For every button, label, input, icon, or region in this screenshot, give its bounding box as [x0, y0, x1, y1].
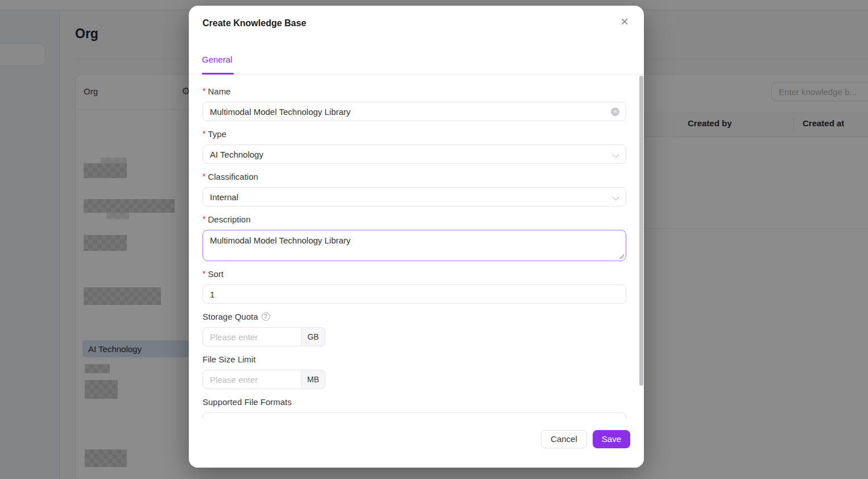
sort-input[interactable] [202, 284, 626, 304]
field-file-size-limit-label-text: File Size Limit [202, 354, 255, 364]
field-type-label-text: Type [208, 129, 226, 139]
field-description: * Description Multimodal Model Technolog… [202, 214, 626, 261]
field-supported-formats-label-text: Supported File Formats [202, 397, 292, 407]
field-storage-quota-label: Storage Quota ? [202, 311, 626, 321]
field-name: * Name × [202, 86, 626, 121]
modal-scrollbar-thumb[interactable] [639, 76, 643, 386]
required-marker: * [202, 86, 205, 96]
field-sort: * Sort [202, 269, 626, 304]
field-sort-label: * Sort [202, 269, 626, 279]
required-marker: * [202, 129, 205, 138]
tab-general[interactable]: General [202, 55, 232, 64]
field-name-label-text: Name [208, 86, 230, 96]
required-marker: * [202, 269, 205, 278]
file-size-limit-input[interactable] [202, 370, 301, 389]
screen: Org Org ⚙ Created by Created at [0, 0, 868, 479]
field-classification-label-text: Classification [208, 172, 258, 181]
storage-quota-input[interactable] [202, 327, 301, 346]
question-icon[interactable]: ? [262, 312, 270, 321]
cancel-button[interactable]: Cancel [541, 430, 587, 448]
field-supported-formats-label: Supported File Formats [202, 397, 626, 407]
field-description-label: * Description [202, 214, 626, 224]
storage-quota-unit: GB [301, 327, 325, 346]
field-type-label: * Type [202, 129, 626, 139]
name-input[interactable] [202, 102, 626, 121]
field-file-size-limit-label: File Size Limit [202, 354, 626, 364]
file-size-limit-unit: MB [301, 370, 325, 389]
type-select[interactable]: AI Technology [202, 144, 626, 164]
modal-title: Create Knowledge Base [202, 18, 306, 28]
description-textarea[interactable]: Multimodal Model Technology Library [202, 230, 626, 261]
clear-icon[interactable]: × [611, 108, 619, 116]
field-classification-label: * Classification [202, 171, 626, 181]
field-storage-quota: Storage Quota ? GB [202, 311, 626, 346]
field-sort-label-text: Sort [208, 269, 224, 279]
field-file-size-limit: File Size Limit MB [202, 354, 626, 389]
field-classification: * Classification Internal [202, 171, 626, 207]
field-name-label: * Name [202, 86, 626, 96]
modal-footer: Cancel Save [189, 418, 644, 468]
save-button[interactable]: Save [593, 430, 630, 448]
supported-formats-input[interactable] [202, 412, 626, 418]
close-icon[interactable]: × [617, 14, 633, 30]
create-knowledge-base-modal: Create Knowledge Base × General * Name ×… [189, 6, 644, 468]
field-storage-quota-label-text: Storage Quota [202, 312, 258, 321]
required-marker: * [202, 172, 205, 181]
field-description-label-text: Description [208, 214, 250, 224]
classification-select[interactable]: Internal [202, 187, 626, 207]
field-type: * Type AI Technology [202, 129, 626, 164]
field-supported-formats: Supported File Formats [202, 397, 626, 418]
required-marker: * [202, 214, 205, 224]
resize-handle-icon[interactable] [619, 254, 624, 259]
modal-body: * Name × * Type AI Technology [189, 75, 644, 418]
